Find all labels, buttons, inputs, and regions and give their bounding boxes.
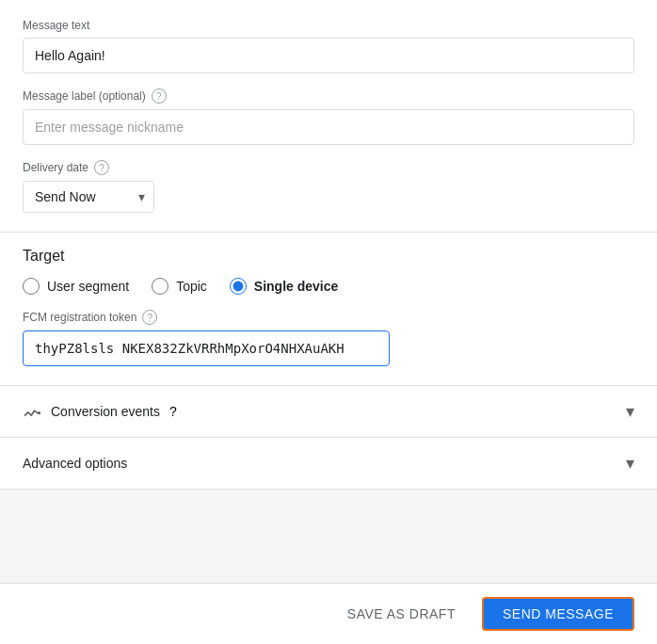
conversion-events-chevron-icon: ▾ bbox=[626, 401, 634, 422]
delivery-date-select-wrapper: Send Now ▾ bbox=[23, 181, 154, 213]
message-text-input[interactable] bbox=[23, 38, 634, 73]
target-title: Target bbox=[23, 248, 634, 265]
save-draft-button[interactable]: SAVE AS DRAFT bbox=[336, 599, 467, 629]
delivery-date-select[interactable]: Send Now bbox=[23, 181, 154, 213]
fcm-token-help-icon[interactable]: ? bbox=[142, 310, 157, 325]
main-content: Message text Message label (optional) ? … bbox=[0, 0, 657, 644]
radio-topic[interactable] bbox=[152, 278, 168, 295]
single-device-label: Single device bbox=[254, 279, 338, 294]
conversion-events-icon bbox=[23, 402, 41, 421]
target-radio-group: User segment Topic Single device bbox=[23, 278, 634, 295]
fcm-token-label: FCM registration token ? bbox=[23, 310, 634, 325]
radio-single-device[interactable] bbox=[230, 278, 247, 295]
radio-user-segment[interactable] bbox=[23, 278, 40, 295]
spacer bbox=[0, 490, 657, 583]
message-label-label: Message label (optional) ? bbox=[23, 89, 634, 104]
target-section: Target User segment Topic Single device … bbox=[0, 233, 657, 386]
conversion-events-help-icon[interactable]: ? bbox=[169, 404, 177, 419]
advanced-options-chevron-icon: ▾ bbox=[626, 453, 634, 474]
message-text-section: Message text Message label (optional) ? … bbox=[0, 0, 657, 233]
message-label-help-icon[interactable]: ? bbox=[152, 89, 167, 104]
advanced-options-title: Advanced options bbox=[23, 456, 127, 471]
advanced-options-header[interactable]: Advanced options ▾ bbox=[0, 438, 657, 489]
conversion-events-header[interactable]: Conversion events ? ▾ bbox=[0, 386, 657, 437]
topic-label: Topic bbox=[176, 279, 207, 294]
message-text-label: Message text bbox=[23, 19, 634, 32]
target-option-topic[interactable]: Topic bbox=[152, 278, 207, 295]
send-message-button[interactable]: SEND MESSAGE bbox=[482, 597, 634, 631]
fcm-token-input[interactable] bbox=[23, 330, 390, 366]
target-option-user-segment[interactable]: User segment bbox=[23, 278, 129, 295]
delivery-date-help-icon[interactable]: ? bbox=[94, 160, 109, 175]
conversion-events-title: Conversion events bbox=[51, 404, 160, 419]
user-segment-label: User segment bbox=[47, 279, 129, 294]
advanced-options-section: Advanced options ▾ bbox=[0, 438, 657, 490]
footer: SAVE AS DRAFT SEND MESSAGE bbox=[0, 583, 657, 644]
conversion-events-section: Conversion events ? ▾ bbox=[0, 386, 657, 438]
delivery-date-label: Delivery date ? bbox=[23, 160, 634, 175]
svg-point-0 bbox=[39, 412, 40, 414]
target-option-single-device[interactable]: Single device bbox=[230, 278, 338, 295]
message-label-input[interactable] bbox=[23, 109, 634, 145]
